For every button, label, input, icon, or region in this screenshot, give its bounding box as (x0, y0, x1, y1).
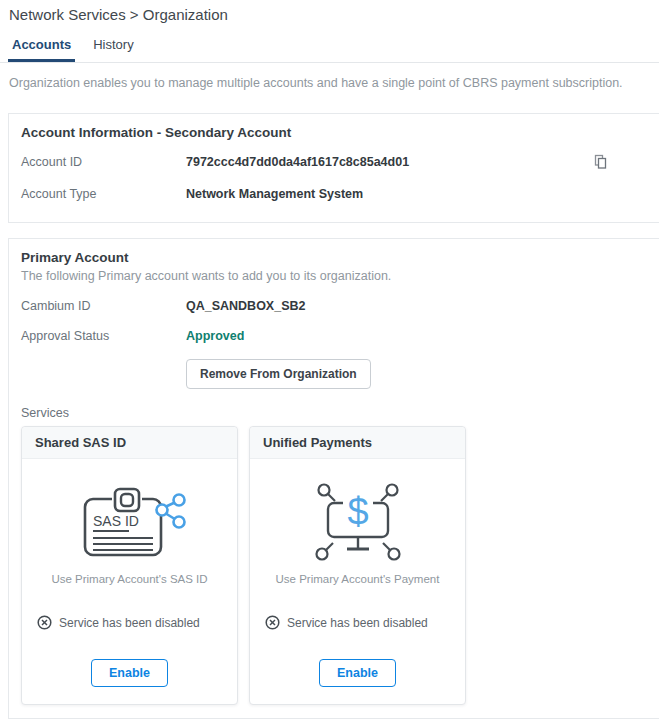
enable-unified-payments-button[interactable]: Enable (319, 659, 396, 687)
sas-id-card-icon: SAS ID (71, 481, 189, 561)
primary-account-description: The following Primary account wants to a… (21, 269, 659, 283)
primary-account-title: Primary Account (21, 250, 659, 265)
svg-text:$: $ (347, 491, 368, 533)
cambium-id-row: Cambium ID QA_SANDBOX_SB2 (21, 291, 659, 321)
unified-payments-status: Service has been disabled (265, 615, 428, 630)
account-type-row: Account Type Network Management System (21, 179, 659, 209)
account-type-label: Account Type (21, 187, 186, 201)
account-information-panel: Account Information - Secondary Account … (8, 113, 659, 223)
page-title: Network Services > Organization (0, 0, 659, 23)
account-type-value: Network Management System (186, 187, 363, 201)
copy-account-id-button[interactable] (592, 152, 609, 171)
shared-sas-id-status-text: Service has been disabled (59, 616, 200, 630)
shared-sas-id-card-body: SAS ID (22, 459, 237, 704)
shared-sas-id-caption: Use Primary Account's SAS ID (51, 573, 207, 585)
approval-status-row: Approval Status Approved (21, 321, 659, 351)
services-cards: Shared SAS ID SAS ID (21, 426, 659, 705)
unified-payments-caption: Use Primary Account's Payment (276, 573, 440, 585)
cambium-id-value: QA_SANDBOX_SB2 (186, 299, 305, 313)
remove-from-organization-button[interactable]: Remove From Organization (186, 359, 371, 389)
approval-status-label: Approval Status (21, 329, 186, 343)
unified-payments-card: Unified Payments $ (249, 426, 466, 705)
account-information-title: Account Information - Secondary Account (21, 125, 659, 140)
tab-history[interactable]: History (89, 32, 137, 62)
copy-icon (594, 154, 607, 169)
unified-payments-card-title: Unified Payments (250, 427, 465, 459)
unified-payments-status-text: Service has been disabled (287, 616, 428, 630)
shared-sas-id-card: Shared SAS ID SAS ID (21, 426, 238, 705)
tab-accounts[interactable]: Accounts (8, 32, 75, 62)
page-description: Organization enables you to manage multi… (9, 76, 659, 90)
svg-text:SAS ID: SAS ID (93, 513, 139, 529)
enable-shared-sas-id-button[interactable]: Enable (91, 659, 168, 687)
shared-sas-id-card-title: Shared SAS ID (22, 427, 237, 459)
account-id-value: 7972ccc4d7dd0da4af1617c8c85a4d01 (186, 155, 409, 169)
cambium-id-label: Cambium ID (21, 299, 186, 313)
services-label: Services (21, 406, 659, 420)
shared-sas-id-status: Service has been disabled (37, 615, 200, 630)
circle-x-icon (37, 615, 52, 630)
primary-account-panel: Primary Account The following Primary ac… (8, 238, 659, 719)
account-id-label: Account ID (21, 155, 186, 169)
account-id-row: Account ID 7972ccc4d7dd0da4af1617c8c85a4… (21, 144, 659, 179)
approval-status-value: Approved (186, 329, 244, 343)
unified-payments-icon: $ (303, 481, 413, 561)
tab-bar: Accounts History (0, 32, 659, 63)
unified-payments-card-body: $ Use Primary (250, 459, 465, 704)
circle-x-icon (265, 615, 280, 630)
